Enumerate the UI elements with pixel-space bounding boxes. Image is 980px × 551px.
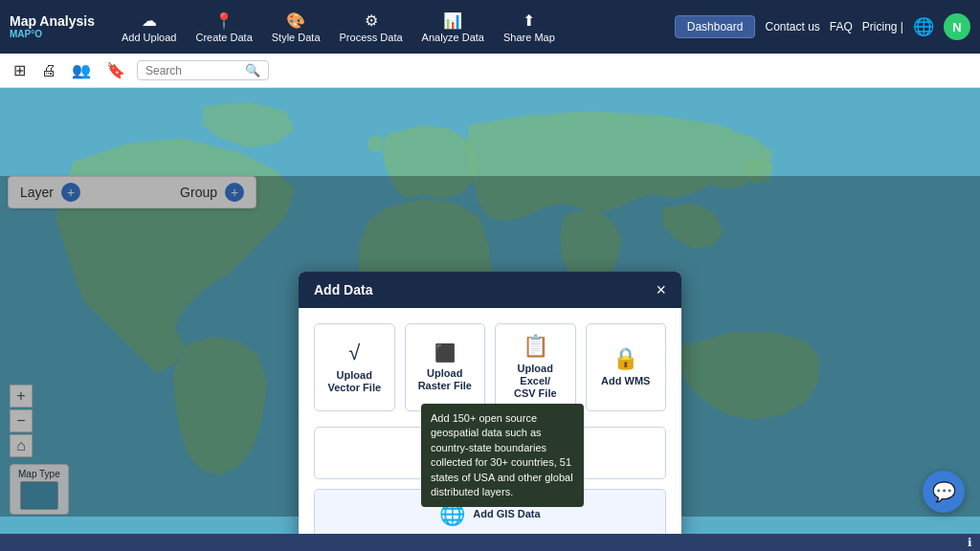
add-wms-button[interactable]: 🔒 Add WMS [586,323,667,411]
contact-link[interactable]: Contact us [765,20,819,33]
wms-icon: 🔒 [612,346,638,371]
nav-items: ☁ Add Upload 📍 Create Data 🎨 Style Data … [114,8,675,47]
add-wms-label: Add WMS [601,375,650,387]
nav-process-data-label: Process Data [340,32,403,43]
brand: Map Analysis MAP°O [10,14,95,39]
gis-tooltip: Add 150+ open source geospatial data suc… [421,404,584,507]
bottom-bar: ℹ [0,534,980,551]
search-icon: 🔍 [245,63,260,77]
raster-icon: ⬛ [434,342,456,364]
nav-style-data[interactable]: 🎨 Style Data [264,8,328,47]
process-icon: ⚙ [365,11,378,30]
nav-share-map-label: Share Map [503,32,555,43]
user-avatar[interactable]: N [944,13,970,40]
modal-close-button[interactable]: × [656,281,666,298]
upload-raster-label: Upload Raster File [418,367,472,392]
excel-icon: 📋 [523,334,548,359]
info-icon: ℹ [968,536,972,549]
nav-add-upload-label: Add Upload [122,32,177,43]
modal-title: Add Data [314,282,372,298]
pricing-link[interactable]: Pricing | [862,20,903,33]
share-icon: ⬆ [523,11,535,30]
tooltip-text: Add 150+ open source geospatial data suc… [431,412,573,497]
nav-style-data-label: Style Data [272,32,321,43]
search-box: 🔍 [137,60,269,80]
globe-icon[interactable]: 🌐 [913,16,934,37]
style-icon: 🎨 [286,11,305,30]
nav-share-map[interactable]: ⬆ Share Map [496,8,563,47]
faq-link[interactable]: FAQ [830,20,853,33]
nav-create-data-label: Create Data [195,32,252,43]
brand-title: Map Analysis [10,14,95,29]
nav-create-data[interactable]: 📍 Create Data [188,8,259,47]
toolbar: ⊞ 🖨 👥 🔖 🔍 [0,54,980,88]
upload-vector-label: Upload Vector File [327,369,381,394]
add-gis-label: Add GIS Data [473,508,540,520]
upload-icon: ☁ [142,11,157,30]
navbar: Map Analysis MAP°O ☁ Add Upload 📍 Create… [0,0,980,54]
upload-vector-button[interactable]: √ Upload Vector File [314,323,395,411]
print-icon[interactable]: 🖨 [37,60,60,81]
vector-icon: √ [348,341,360,365]
bookmark-icon[interactable]: 🔖 [102,59,129,81]
chat-icon: 💬 [932,480,956,503]
dashboard-button[interactable]: Dashboard [675,15,756,38]
map-container: Layer + Group + + − ⌂ Map Type Add Data … [0,88,980,534]
nav-process-data[interactable]: ⚙ Process Data [332,8,411,47]
crop-icon[interactable]: ⊞ [10,59,30,81]
nav-analyze-data[interactable]: 📊 Analyze Data [414,8,492,47]
chat-button[interactable]: 💬 [923,471,965,513]
nav-analyze-data-label: Analyze Data [422,32,484,43]
search-input[interactable] [145,64,241,77]
brand-sub: MAP°O [10,29,95,39]
navbar-right: Dashboard Contact us FAQ Pricing | 🌐 N [675,13,970,40]
modal-header: Add Data × [299,272,681,308]
nav-add-upload[interactable]: ☁ Add Upload [114,8,185,47]
upload-excel-button[interactable]: 📋 Upload Excel/ CSV File [495,323,576,411]
analyze-icon: 📊 [443,11,462,30]
upload-excel-label: Upload Excel/ CSV File [503,363,568,401]
users-icon[interactable]: 👥 [68,59,95,81]
pin-icon: 📍 [214,11,234,30]
upload-raster-button[interactable]: ⬛ Upload Raster File [405,323,486,411]
